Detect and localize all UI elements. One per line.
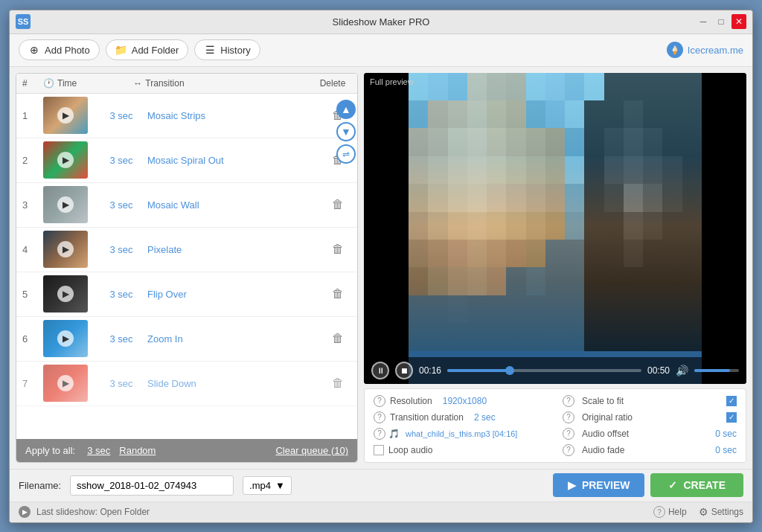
scale-checkbox[interactable]: ✓: [726, 396, 737, 406]
apply-label: Apply to all:: [25, 445, 75, 456]
progress-bar[interactable]: [447, 369, 641, 372]
stop-button[interactable]: ⏹: [395, 362, 413, 379]
photo-list-body[interactable]: 1 ▶ 3 sec Mosaic Strips 🗑 2 ▶: [16, 94, 357, 439]
delete-button[interactable]: 🗑: [324, 198, 351, 211]
row-transition[interactable]: Zoom In: [147, 333, 324, 344]
audio-fade-help-icon[interactable]: ?: [563, 444, 574, 456]
transition-help-icon[interactable]: ?: [374, 411, 385, 423]
volume-icon[interactable]: 🔊: [676, 365, 688, 376]
scroll-down-button[interactable]: ▼: [336, 122, 356, 141]
col-num: #: [22, 78, 43, 89]
play-overlay: ▶: [57, 152, 74, 168]
preview-label: Full preview: [370, 77, 414, 86]
scale-help-icon[interactable]: ?: [563, 395, 574, 407]
thumbnail: ▶: [43, 275, 88, 313]
audio-offset-help-icon[interactable]: ?: [563, 428, 574, 440]
window-title: Slideshow Maker PRO: [333, 16, 430, 28]
scroll-up-button[interactable]: ▲: [336, 100, 356, 119]
extension-select[interactable]: .mp4 ▼: [243, 476, 292, 495]
apply-random[interactable]: Random: [119, 445, 156, 456]
original-ratio-row: ? Original ratio ✓: [563, 411, 737, 423]
preview-center: [409, 73, 702, 384]
delete-button[interactable]: 🗑: [324, 243, 351, 256]
table-row: 1 ▶ 3 sec Mosaic Strips 🗑: [16, 94, 357, 138]
clear-queue-button[interactable]: Clear queue (10): [275, 445, 348, 456]
volume-bar[interactable]: [694, 369, 739, 372]
delete-button[interactable]: 🗑: [324, 332, 351, 345]
row-transition[interactable]: Flip Over: [147, 289, 324, 300]
col-transition: ↔ Transition: [133, 78, 314, 89]
row-time[interactable]: 3 sec: [95, 110, 147, 121]
resolution-help-icon[interactable]: ?: [374, 395, 385, 407]
titlebar: SS Slideshow Maker PRO ─ □ ✕: [10, 10, 752, 34]
list-header: # 🕐 Time ↔ Transition Delete: [16, 74, 357, 94]
row-transition[interactable]: Mosaic Strips: [147, 110, 324, 121]
delete-button[interactable]: 🗑: [324, 376, 351, 390]
ratio-checkbox[interactable]: ✓: [726, 412, 737, 423]
filename-input[interactable]: [70, 475, 234, 496]
preview-button[interactable]: ▶ PREVIEW: [553, 473, 645, 497]
row-transition[interactable]: Mosaic Wall: [147, 199, 324, 211]
row-transition[interactable]: Mosaic Spiral Out: [147, 155, 324, 166]
row-time[interactable]: 3 sec: [95, 378, 147, 389]
current-time: 00:16: [419, 365, 441, 376]
resolution-row: ? Resolution 1920x1080: [374, 395, 548, 407]
apply-time[interactable]: 3 sec: [87, 445, 110, 456]
audio-fade-label: Audio fade: [582, 445, 624, 455]
left-panel: # 🕐 Time ↔ Transition Delete 1: [16, 73, 358, 463]
thumbnail: ▶: [43, 320, 88, 357]
transition-value[interactable]: 2 sec: [474, 412, 496, 423]
status-right: ? Help ⚙ Settings: [653, 506, 743, 518]
loop-audio-row: Loop audio: [374, 444, 548, 456]
add-photo-button[interactable]: ⊕ Add Photo: [19, 39, 100, 60]
volume-fill: [694, 369, 730, 372]
history-button[interactable]: ☰ History: [194, 39, 260, 60]
video-controls: ⏸ ⏹ 00:16 00:50 🔊: [364, 357, 746, 384]
row-time[interactable]: 3 sec: [95, 244, 147, 255]
icecream-icon: 🍦: [667, 42, 683, 58]
preview-black-left: [364, 73, 409, 384]
resolution-label: Resolution: [390, 396, 432, 406]
last-slideshow-text[interactable]: Last slideshow: Open Folder: [36, 507, 150, 517]
row-time[interactable]: 3 sec: [95, 333, 147, 344]
row-time[interactable]: 3 sec: [95, 199, 147, 211]
resolution-value[interactable]: 1920x1080: [443, 396, 487, 406]
loop-checkbox[interactable]: [374, 445, 384, 455]
add-photo-icon: ⊕: [28, 44, 40, 56]
row-transition[interactable]: Slide Down: [147, 378, 324, 389]
play-icon: ▶: [568, 479, 576, 491]
row-number: 6: [22, 333, 43, 344]
clock-icon: 🕐: [43, 78, 54, 89]
settings-button[interactable]: ⚙ Settings: [699, 506, 743, 518]
create-button[interactable]: ✓ CREATE: [650, 473, 743, 497]
audio-icon: 🎵: [388, 429, 400, 439]
audio-fade-value[interactable]: 0 sec: [715, 445, 737, 455]
audio-help-icon[interactable]: ?: [374, 428, 385, 440]
delete-button[interactable]: 🗑: [324, 287, 351, 301]
row-time[interactable]: 3 sec: [95, 289, 147, 300]
maximize-button[interactable]: □: [714, 14, 729, 29]
pause-button[interactable]: ⏸: [371, 362, 389, 379]
col-time: 🕐 Time: [43, 78, 133, 89]
photo-list-container: # 🕐 Time ↔ Transition Delete 1: [16, 73, 358, 463]
apply-bar: Apply to all: 3 sec Random Clear queue (…: [16, 439, 357, 462]
audio-filename[interactable]: what_child_is_this.mp3 [04:16]: [406, 429, 517, 438]
close-button[interactable]: ✕: [731, 14, 746, 29]
add-folder-button[interactable]: 📁 Add Folder: [106, 39, 189, 60]
row-transition[interactable]: Pixelate: [147, 244, 324, 255]
shuffle-button[interactable]: ⇌: [336, 144, 356, 164]
col-delete: Delete: [314, 78, 351, 89]
help-button[interactable]: ? Help: [653, 506, 687, 518]
row-number: 4: [22, 244, 43, 255]
ratio-help-icon[interactable]: ?: [563, 411, 574, 423]
progress-thumb[interactable]: [505, 366, 514, 375]
icecream-link[interactable]: 🍦 Icecream.me: [667, 42, 743, 58]
titlebar-left: SS: [16, 14, 31, 29]
row-time[interactable]: 3 sec: [95, 155, 147, 166]
audio-offset-value[interactable]: 0 sec: [715, 429, 737, 439]
minimize-button[interactable]: ─: [696, 14, 711, 29]
scale-label: Scale to fit: [582, 396, 624, 406]
list-controls: ▲ ▼ ⇌: [336, 100, 356, 164]
play-overlay: ▶: [57, 196, 74, 213]
play-overlay: ▶: [57, 375, 74, 391]
